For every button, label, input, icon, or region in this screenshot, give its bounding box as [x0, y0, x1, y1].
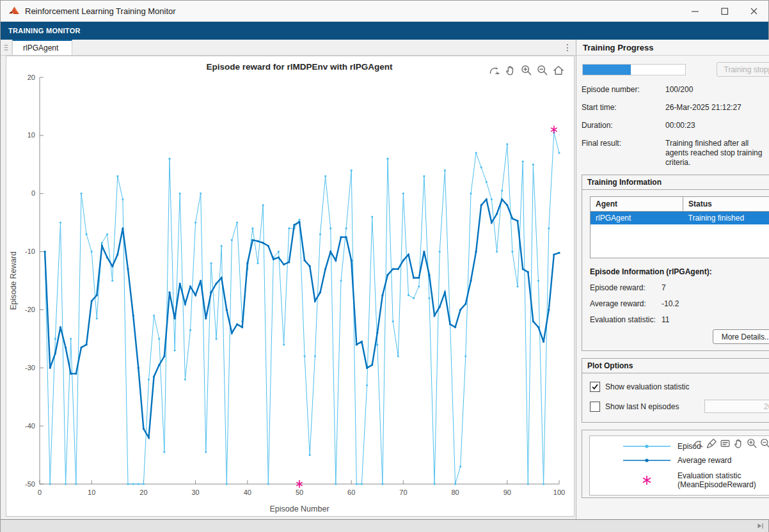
home-icon[interactable] — [552, 64, 565, 77]
export-icon[interactable] — [488, 64, 501, 77]
episode-reward-chart[interactable]: 010203040506070809010020100-10-20-30-40-… — [6, 56, 573, 515]
field-value: -10.2 — [662, 299, 679, 308]
svg-text:30: 30 — [191, 489, 199, 496]
brush-icon[interactable] — [706, 437, 718, 450]
zoom-out-icon[interactable] — [759, 437, 769, 450]
svg-text:-30: -30 — [25, 364, 35, 372]
last-n-episodes-input[interactable] — [704, 400, 769, 413]
zoom-in-icon[interactable] — [520, 64, 533, 77]
legend-label: Average reward — [678, 456, 732, 465]
field-label: Evaluation statistic: — [590, 315, 662, 324]
close-button[interactable] — [739, 1, 768, 21]
episode-number-row: Episode number: 100/200 — [582, 85, 769, 95]
tab-label: rlPGAgent — [23, 43, 58, 52]
show-evaluation-statistic-checkbox[interactable] — [590, 382, 600, 392]
start-time-row: Start time: 26-Mar-2025 21:12:27 — [582, 103, 769, 113]
svg-text:-40: -40 — [25, 422, 35, 430]
field-value: 100/200 — [665, 85, 763, 95]
svg-text:-20: -20 — [25, 306, 35, 313]
svg-text:100: 100 — [553, 489, 565, 496]
field-label: Episode reward: — [590, 283, 662, 292]
show-last-n-episodes-checkbox[interactable] — [590, 402, 600, 412]
svg-text:20: 20 — [139, 489, 147, 496]
field-label: Start time: — [582, 103, 665, 113]
plot-options-panel: Plot Options Show evaluation statistic S… — [582, 358, 769, 423]
axes-toolbar — [488, 64, 565, 77]
svg-text:Episode Reward: Episode Reward — [9, 251, 18, 310]
agent-cell[interactable]: rlPGAgent — [591, 212, 683, 225]
show-last-n-episodes-row: Show last N episodes — [590, 400, 769, 413]
panel-title: Training Progress — [583, 43, 654, 52]
status-bar — [1, 519, 768, 532]
svg-text:0: 0 — [31, 189, 35, 197]
document-area: rlPGAgent ⋮ 010203040506070809010020100-… — [1, 40, 576, 519]
pan-icon[interactable] — [733, 437, 745, 450]
ribbon-tab-training-monitor[interactable]: TRAINING MONITOR — [1, 27, 88, 35]
window-title: Reinforcement Learning Training Monitor — [25, 6, 176, 16]
legend-panel: Episode reward Average reward Evaluation… — [582, 430, 769, 498]
column-header-status[interactable]: Status — [683, 197, 769, 212]
document-tab-strip: rlPGAgent ⋮ — [1, 40, 576, 56]
legend-item-evaluation-statistic[interactable]: Evaluation statistic (MeanEpisodeReward) — [590, 467, 769, 493]
svg-text:10: 10 — [88, 489, 95, 496]
expand-panel-icon[interactable] — [756, 521, 765, 532]
svg-text:Episode Number: Episode Number — [269, 505, 329, 513]
evaluation-statistic-swatch — [622, 474, 672, 486]
legend-hover-toolbar — [692, 437, 769, 450]
maximize-button[interactable] — [710, 1, 739, 21]
svg-text:-10: -10 — [25, 247, 35, 255]
title-bar: Reinforcement Learning Training Monitor — [1, 1, 768, 22]
svg-text:90: 90 — [503, 489, 511, 496]
datatip-icon[interactable] — [719, 437, 731, 450]
status-cell[interactable]: Training finished — [683, 212, 769, 225]
pan-icon[interactable] — [504, 64, 517, 77]
svg-text:Episode reward for rlMDPEnv wi: Episode reward for rlMDPEnv with rlPGAge… — [206, 62, 393, 72]
group-title: Plot Options — [582, 359, 769, 373]
field-label: Duration: — [582, 121, 665, 130]
svg-text:-50: -50 — [25, 480, 35, 488]
zoom-in-icon[interactable] — [746, 437, 758, 450]
tab-overflow-menu-icon[interactable]: ⋮ — [559, 40, 576, 55]
training-progress-bar — [582, 64, 686, 75]
final-result-row: Final result: Training finished after al… — [582, 139, 769, 168]
table-empty-area — [591, 224, 769, 258]
export-icon[interactable] — [692, 437, 704, 450]
field-value: Training finished after all agents reach… — [665, 139, 763, 168]
panel-header: Training Progress ⋮ — [576, 40, 769, 56]
checkbox-label: Show last N episodes — [605, 402, 679, 411]
table-header-row: Agent Status — [591, 197, 769, 212]
group-title: Training Information — [582, 175, 769, 190]
figure-gutter: 010203040506070809010020100-10-20-30-40-… — [1, 56, 576, 519]
duration-row: Duration: 00:00:23 — [582, 121, 769, 130]
agents-table[interactable]: Agent Status rlPGAgent Training finished — [590, 196, 769, 258]
matlab-logo-icon — [8, 5, 20, 17]
legend-item-average-reward[interactable]: Average reward — [590, 453, 769, 467]
svg-text:10: 10 — [28, 131, 35, 139]
evaluation-statistic-row: Evaluation statistic: 11 — [590, 315, 769, 324]
table-row[interactable]: rlPGAgent Training finished — [591, 212, 769, 225]
field-value: 00:00:23 — [665, 121, 763, 130]
episode-reward-row: Episode reward: 7 — [590, 283, 769, 292]
tab-rlpgagent[interactable]: rlPGAgent — [12, 40, 72, 55]
column-header-agent[interactable]: Agent — [591, 197, 683, 212]
checkbox-label: Show evaluation statistic — [605, 382, 689, 391]
training-information-panel: Training Information Agent Status rlPGAg… — [582, 175, 769, 351]
episode-reward-swatch — [622, 442, 672, 450]
show-evaluation-statistic-row: Show evaluation statistic — [590, 382, 769, 392]
training-plot-figure: 010203040506070809010020100-10-20-30-40-… — [6, 56, 575, 517]
field-label: Final result: — [582, 139, 665, 168]
training-progress-panel: Training Progress ⋮ Training stopped Epi… — [576, 40, 769, 519]
training-stopped-button[interactable]: Training stopped — [717, 62, 769, 77]
legend-label: Evaluation statistic (MeanEpisodeReward) — [678, 471, 769, 489]
average-reward-row: Average reward: -10.2 — [590, 299, 769, 308]
svg-text:80: 80 — [451, 489, 459, 496]
field-value: 11 — [662, 315, 669, 324]
field-label: Episode number: — [582, 85, 665, 95]
zoom-out-icon[interactable] — [536, 64, 549, 77]
svg-text:50: 50 — [296, 489, 303, 496]
minimize-button[interactable] — [680, 1, 710, 21]
field-value: 26-Mar-2025 21:12:27 — [665, 103, 763, 113]
svg-text:40: 40 — [244, 489, 251, 496]
more-details-button[interactable]: More Details... — [713, 329, 769, 344]
drag-handle-icon[interactable] — [1, 40, 12, 55]
